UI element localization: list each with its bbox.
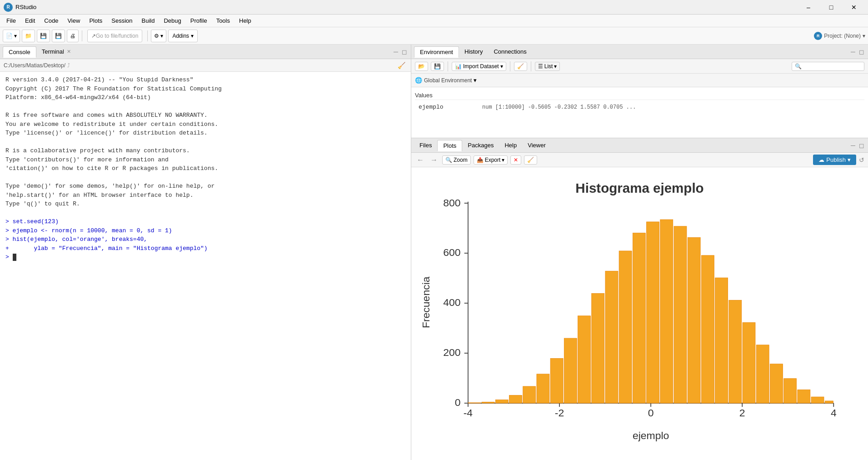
publish-button[interactable]: ☁ Publish ▾ [813, 155, 856, 165]
clear-env-button[interactable]: 🧹 [514, 62, 527, 71]
addins-button[interactable]: Addins ▾ [168, 30, 198, 42]
goto-field[interactable]: ↗ Go to file/function [87, 30, 142, 42]
hist-bar-26 [811, 397, 824, 403]
workspace-icon: ⚙ [154, 33, 159, 39]
plots-expand-button[interactable]: ◻ [858, 141, 865, 150]
menu-plots[interactable]: Plots [85, 15, 107, 26]
menu-code[interactable]: Code [40, 15, 63, 26]
clear-plots-button[interactable]: 🧹 [524, 155, 537, 165]
y-label-600: 600 [443, 247, 460, 259]
menu-help[interactable]: Help [234, 15, 256, 26]
workspace-btn[interactable]: ⚙ ▾ [151, 30, 166, 42]
separator-2 [147, 30, 148, 41]
tab-plots[interactable]: Plots [437, 140, 462, 151]
save-button[interactable]: 💾 [37, 30, 50, 42]
main-layout: Console Terminal ✕ ─ ◻ C:/Users/Matias/D… [0, 45, 868, 460]
list-icon: ☰ [538, 63, 543, 70]
zoom-button[interactable]: 🔍 Zoom [442, 155, 471, 165]
console-expand-button[interactable]: ◻ [401, 47, 408, 56]
y-label-200: 200 [443, 347, 460, 359]
files-panel: Files Plots Packages Help Viewer ─ ◻ [411, 138, 868, 460]
menu-profile[interactable]: Profile [186, 15, 212, 26]
console-cmd-1: > set.seed(123) [5, 217, 405, 226]
print-button[interactable]: 🖨 [67, 30, 79, 42]
hist-bar-13 [633, 233, 645, 403]
console-cmd-2: > ejemplo <- rnorm(n = 10000, mean = 0, … [5, 226, 405, 235]
files-tabs: Files Plots Packages Help Viewer ─ ◻ [411, 138, 868, 153]
clear-plots-icon: 🧹 [527, 157, 534, 163]
delete-icon: ✕ [514, 157, 518, 163]
hist-bar-21 [743, 323, 755, 403]
tab-history[interactable]: History [459, 46, 488, 57]
hist-bar-6 [537, 374, 549, 403]
right-panel: Environment History Connections ─ ◻ 📂 [411, 45, 868, 460]
tab-terminal[interactable]: Terminal ✕ [36, 46, 76, 57]
menu-session[interactable]: Session [107, 15, 137, 26]
plots-minimize-button[interactable]: ─ [850, 141, 856, 150]
env-minimize-button[interactable]: ─ [850, 47, 856, 56]
env-tabs: Environment History Connections ─ ◻ [411, 45, 868, 59]
console-minimize-button[interactable]: ─ [393, 47, 399, 56]
hist-bar-5 [523, 386, 536, 403]
global-env-dropdown-icon: ▾ [474, 77, 477, 84]
tab-console[interactable]: Console [3, 46, 36, 58]
menu-tools[interactable]: Tools [212, 15, 234, 26]
project-icon: R [814, 32, 822, 40]
import-dataset-button[interactable]: 📊 Import Dataset ▾ [452, 62, 506, 71]
terminal-close-icon[interactable]: ✕ [67, 49, 71, 55]
menu-file[interactable]: File [2, 15, 20, 26]
console-output[interactable]: R version 3.4.0 (2017-04-21) -- "You Stu… [0, 72, 411, 460]
variable-name: ejemplo [419, 104, 482, 110]
env-sep-3 [531, 61, 531, 71]
menu-build[interactable]: Build [137, 15, 160, 26]
x-label--2: -2 [555, 407, 564, 419]
list-view-button[interactable]: ☰ List ▾ [535, 62, 560, 71]
menu-view[interactable]: View [63, 15, 85, 26]
save-all-button[interactable]: 💾 [52, 30, 65, 42]
clear-console-button[interactable]: 🧹 [396, 61, 407, 70]
tab-packages[interactable]: Packages [462, 140, 499, 150]
console-tab-label: Console [9, 49, 30, 55]
tab-files[interactable]: Files [414, 140, 437, 150]
packages-tab-label: Packages [468, 142, 494, 149]
y-label-0: 0 [455, 397, 461, 409]
env-search-input[interactable] [792, 62, 864, 71]
plots-next-button[interactable]: → [429, 155, 439, 165]
close-button[interactable]: ✕ [843, 0, 864, 15]
goto-arrow-icon: ↗ [91, 33, 96, 39]
console-cmd-3: > hist(ejemplo, col='orange', breaks=40, [5, 235, 405, 244]
hist-bar-20 [729, 300, 742, 404]
tab-viewer[interactable]: Viewer [522, 140, 551, 150]
env-sep-2 [510, 61, 510, 71]
y-label-800: 800 [443, 197, 460, 209]
console-line-10: Type 'demo()' for some demos, 'help()' f… [5, 182, 405, 191]
import-icon: 📊 [455, 63, 462, 70]
global-env-icon: 🌐 [415, 77, 422, 84]
y-axis-label: Frecuencia [420, 276, 432, 328]
new-file-button[interactable]: 📄 ▾ [3, 30, 20, 42]
tab-connections[interactable]: Connections [488, 46, 532, 57]
open-project-button[interactable]: 📁 [22, 30, 35, 42]
plots-tab-label: Plots [443, 142, 456, 149]
minimize-button[interactable]: – [798, 0, 819, 15]
env-expand-button[interactable]: ◻ [858, 47, 865, 56]
env-load-button[interactable]: 📂 [415, 62, 428, 71]
env-save-button[interactable]: 💾 [431, 62, 444, 71]
refresh-button[interactable]: ↺ [859, 156, 864, 164]
import-dropdown-icon: ▾ [500, 63, 503, 70]
hist-bar-17 [688, 238, 700, 403]
menu-debug[interactable]: Debug [159, 15, 185, 26]
export-button[interactable]: 📤 Export ▾ [474, 155, 508, 165]
maximize-button[interactable]: □ [821, 0, 842, 15]
left-panel: Console Terminal ✕ ─ ◻ C:/Users/Matias/D… [0, 45, 411, 460]
plots-prev-button[interactable]: ← [415, 155, 426, 165]
console-tabs: Console Terminal ✕ ─ ◻ [0, 45, 411, 59]
console-line-12: Type 'q()' to quit R. [5, 200, 405, 209]
env-tab-label: Environment [420, 49, 453, 55]
tab-environment[interactable]: Environment [414, 46, 459, 58]
files-tab-label: Files [419, 142, 432, 149]
tab-help[interactable]: Help [499, 140, 522, 150]
delete-plot-button[interactable]: ✕ [510, 155, 521, 165]
menu-edit[interactable]: Edit [20, 15, 40, 26]
global-env-label[interactable]: Global Environment [424, 77, 472, 84]
